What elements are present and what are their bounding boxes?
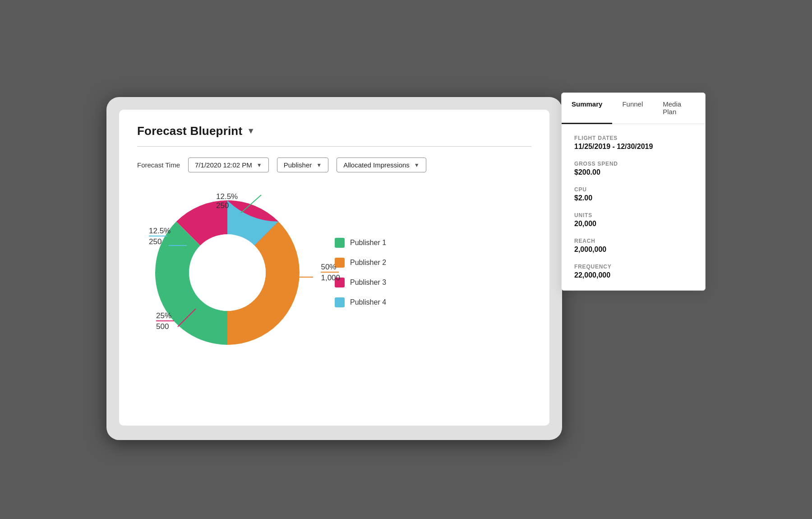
label-p1-pct: 12.5%	[216, 192, 238, 201]
label-publisher1: 12.5% 250	[216, 192, 238, 210]
allocated-impressions-arrow-icon: ▼	[414, 162, 420, 168]
summary-flight-dates: FLIGHT DATES 11/25/2019 - 12/30/2019	[574, 135, 692, 151]
header-row: Forecast Blueprint ▼	[137, 124, 531, 138]
units-label: UNITS	[574, 212, 692, 218]
forecast-time-value: 7/1/2020 12:02 PM	[195, 161, 252, 169]
publisher-dropdown[interactable]: Publisher ▼	[277, 158, 328, 172]
frequency-value: 22,000,000	[574, 271, 692, 279]
legend-item-publisher2: Publisher 2	[335, 258, 386, 268]
title-dropdown-arrow-icon[interactable]: ▼	[247, 126, 255, 136]
right-panel: Summary Funnel Media Plan FLIGHT DATES 1…	[561, 93, 706, 291]
legend-label-publisher1: Publisher 1	[350, 239, 386, 247]
flight-dates-value: 11/25/2019 - 12/30/2019	[574, 143, 692, 151]
forecast-time-arrow-icon: ▼	[257, 162, 262, 168]
publisher-arrow-icon: ▼	[316, 162, 322, 168]
summary-content: FLIGHT DATES 11/25/2019 - 12/30/2019 GRO…	[562, 124, 705, 290]
flight-dates-label: FLIGHT DATES	[574, 135, 692, 141]
donut-center	[189, 234, 266, 311]
summary-units: UNITS 20,000	[574, 212, 692, 228]
label-p4-val: 250	[149, 237, 171, 246]
legend-item-publisher4: Publisher 4	[335, 297, 386, 307]
label-publisher4: 12.5% 250	[149, 227, 171, 246]
tabs-row: Summary Funnel Media Plan	[562, 93, 705, 124]
legend-label-publisher3: Publisher 3	[350, 278, 386, 287]
legend-swatch-publisher1	[335, 238, 345, 248]
reach-value: 2,000,000	[574, 246, 692, 254]
summary-frequency: FREQUENCY 22,000,000	[574, 264, 692, 279]
chart-legend: Publisher 1 Publisher 2 Publisher 3	[335, 238, 386, 307]
label-p2-val: 1,000	[321, 273, 340, 283]
label-p2-pct: 50%	[321, 263, 340, 272]
legend-item-publisher3: Publisher 3	[335, 278, 386, 287]
forecast-time-dropdown[interactable]: 7/1/2020 12:02 PM ▼	[188, 158, 269, 172]
legend-swatch-publisher4	[335, 297, 345, 307]
reach-label: REACH	[574, 238, 692, 244]
gross-spend-label: GROSS SPEND	[574, 161, 692, 167]
page-title: Forecast Blueprint	[137, 124, 242, 138]
allocated-impressions-dropdown[interactable]: Allocated Impressions ▼	[337, 158, 426, 172]
donut-chart: 12.5% 250 12.5% 250 25% 500	[142, 187, 313, 358]
tab-funnel[interactable]: Funnel	[612, 93, 653, 124]
chart-area: 12.5% 250 12.5% 250 25% 500	[137, 187, 531, 358]
label-publisher2: 50% 1,000	[321, 263, 340, 283]
donut-svg	[142, 187, 313, 358]
label-publisher3: 25% 500	[156, 311, 174, 331]
legend-item-publisher1: Publisher 1	[335, 238, 386, 248]
label-underline-p2	[321, 272, 339, 273]
legend-label-publisher2: Publisher 2	[350, 259, 386, 267]
summary-gross-spend: GROSS SPEND $200.00	[574, 161, 692, 176]
frequency-label: FREQUENCY	[574, 264, 692, 270]
cpu-label: CPU	[574, 186, 692, 193]
label-p1-val: 250	[216, 201, 238, 210]
gross-spend-value: $200.00	[574, 168, 692, 176]
legend-label-publisher4: Publisher 4	[350, 298, 386, 306]
tab-media-plan[interactable]: Media Plan	[653, 93, 705, 124]
allocated-impressions-label: Allocated Impressions	[343, 161, 410, 169]
label-underline-p3	[156, 320, 174, 321]
filters-row: Forecast Time 7/1/2020 12:02 PM ▼ Publis…	[137, 158, 531, 172]
label-underline-p4	[149, 236, 167, 236]
publisher-label: Publisher	[284, 161, 312, 169]
summary-cpu: CPU $2.00	[574, 186, 692, 202]
label-p4-pct: 12.5%	[149, 227, 171, 236]
label-p3-pct: 25%	[156, 311, 174, 320]
forecast-time-label: Forecast Time	[137, 161, 180, 169]
label-p3-val: 500	[156, 322, 174, 331]
units-value: 20,000	[574, 220, 692, 228]
cpu-value: $2.00	[574, 194, 692, 202]
tab-summary[interactable]: Summary	[562, 93, 612, 124]
summary-reach: REACH 2,000,000	[574, 238, 692, 254]
header-divider	[137, 146, 531, 147]
